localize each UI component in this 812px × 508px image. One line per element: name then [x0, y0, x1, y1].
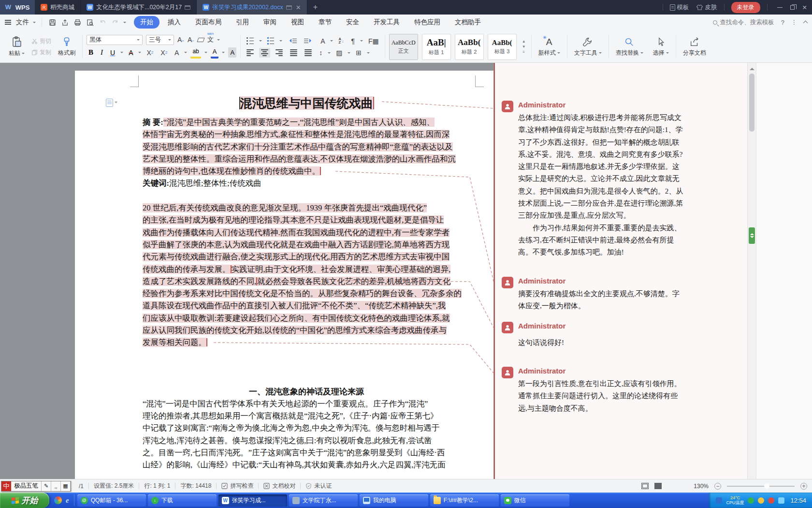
- page-view-icon[interactable]: [654, 483, 662, 489]
- tab-docer-store[interactable]: 火稻壳商城: [35, 0, 81, 15]
- spell-check-button[interactable]: 拼写检查: [217, 482, 258, 490]
- proofread-button[interactable]: 文档校对: [259, 482, 300, 490]
- quickbar-caret[interactable]: [123, 22, 126, 25]
- minimize-button[interactable]: [777, 7, 783, 8]
- copy-button[interactable]: 复制: [31, 48, 51, 57]
- taskbar-button-4[interactable]: 我的电脑: [360, 494, 428, 507]
- vertical-scrollbar[interactable]: [747, 63, 756, 479]
- detach-window-icon[interactable]: [286, 5, 292, 10]
- menu-tab-6[interactable]: 章节: [312, 16, 338, 29]
- decrease-font-button[interactable]: A−: [188, 36, 194, 43]
- zoom-level[interactable]: 130%: [694, 483, 709, 490]
- scroll-split-handle[interactable]: [749, 227, 755, 244]
- detach-window-icon[interactable]: [185, 5, 190, 10]
- start-button[interactable]: 开始: [0, 493, 49, 508]
- align-right-button[interactable]: [274, 48, 285, 57]
- collapse-ribbon-icon[interactable]: [803, 21, 808, 26]
- character-shading-button[interactable]: A: [228, 47, 236, 58]
- menu-tab-9[interactable]: 特色应用: [408, 16, 447, 29]
- paste-button[interactable]: 粘贴: [6, 35, 28, 59]
- cut-button[interactable]: 剪切: [31, 37, 51, 45]
- read-layout-icon[interactable]: [641, 483, 649, 489]
- taskbar-button-2[interactable]: W张笑学习成...: [218, 494, 287, 507]
- new-tab-button[interactable]: +: [307, 0, 323, 15]
- web-layout-icon[interactable]: [667, 483, 675, 489]
- menu-tab-10[interactable]: 文档助手: [449, 16, 487, 29]
- ime-pen-icon[interactable]: ✎: [42, 481, 51, 491]
- taskbar-button-6[interactable]: 微信: [501, 494, 569, 507]
- print-preview-button[interactable]: [86, 18, 94, 27]
- shading-button[interactable]: ▨: [334, 48, 344, 58]
- close-button[interactable]: ✕: [802, 4, 807, 11]
- menu-tab-5[interactable]: 视图: [285, 16, 310, 29]
- character-scale-button[interactable]: A: [319, 36, 327, 46]
- sort-button[interactable]: AZ↓: [336, 36, 346, 45]
- bullet-list-button[interactable]: [245, 36, 256, 46]
- taskbar-button-3[interactable]: 文学院丁永...: [289, 494, 358, 507]
- command-search[interactable]: 查找命令、搜索模板: [713, 18, 774, 27]
- login-status-badge[interactable]: 未登录: [731, 2, 760, 13]
- print-button[interactable]: [73, 18, 82, 27]
- certification-status[interactable]: 未认证: [301, 482, 336, 490]
- highlight-color-button[interactable]: ab: [190, 47, 201, 58]
- select-button[interactable]: 选择: [650, 36, 672, 58]
- style-heading1[interactable]: AaB|标题 1: [422, 34, 451, 60]
- tray-app-icon[interactable]: [716, 497, 722, 504]
- menu-tab-0[interactable]: 开始: [134, 16, 160, 29]
- menu-tab-8[interactable]: 开发工具: [367, 16, 406, 29]
- scrollbar-thumb[interactable]: [749, 74, 754, 132]
- help-button[interactable]: ?: [781, 19, 784, 26]
- text-effects-button[interactable]: A: [173, 48, 181, 58]
- menu-tab-7[interactable]: 安全: [340, 16, 365, 29]
- style-heading2[interactable]: AaBb(标题 2: [455, 34, 484, 60]
- tab-document-2-active[interactable]: W张笑学习成果202002.docx✕: [197, 0, 307, 15]
- format-painter-button[interactable]: 格式刷: [55, 36, 78, 58]
- ime-name[interactable]: 极品五笔: [11, 481, 42, 491]
- zoom-slider[interactable]: [727, 486, 795, 487]
- align-left-button[interactable]: [245, 48, 256, 57]
- share-document-button[interactable]: 分享文档: [680, 36, 709, 58]
- style-heading3[interactable]: AaBb(标题 3: [488, 34, 517, 60]
- skin-button[interactable]: 皮肤: [696, 3, 717, 12]
- taskbar-button-0[interactable]: @QQ邮箱 - 36...: [77, 494, 146, 507]
- menu-tab-2[interactable]: 页面布局: [189, 16, 228, 29]
- borders-button[interactable]: ⊞: [354, 48, 363, 58]
- taskbar-button-1[interactable]: ↓下载: [148, 494, 217, 507]
- input-method-bar[interactable]: 中 极品五笔 ✎ ,, ▦: [1, 481, 71, 492]
- undo-button[interactable]: [98, 18, 107, 27]
- document-page[interactable]: 混沌思维与中国传统戏曲摘 要:“混沌”是中国古典美学的重要范畴之一,“混沌思维”…: [75, 71, 493, 479]
- fullscreen-view-icon[interactable]: [628, 483, 636, 489]
- tray-network-icon[interactable]: [778, 497, 784, 504]
- superscript-button[interactable]: X2: [145, 48, 155, 58]
- internet-explorer-icon[interactable]: e: [66, 496, 69, 505]
- outline-view-icon[interactable]: [681, 483, 688, 489]
- tab-close-icon[interactable]: ✕: [296, 4, 301, 11]
- increase-indent-button[interactable]: [302, 37, 315, 45]
- word-count[interactable]: 字数: 14418: [175, 482, 216, 490]
- menu-tab-4[interactable]: 审阅: [257, 16, 283, 29]
- menu-tab-1[interactable]: 插入: [161, 16, 187, 29]
- style-normal[interactable]: AaBbCcD正文: [389, 34, 418, 60]
- file-menu[interactable]: 文件: [16, 18, 29, 27]
- tray-security-icon[interactable]: [758, 497, 764, 504]
- wps-logo[interactable]: WWPS: [0, 0, 35, 15]
- zoom-in-button[interactable]: +: [800, 483, 807, 490]
- redo-button[interactable]: [111, 18, 119, 27]
- clear-format-icon[interactable]: [197, 38, 204, 42]
- font-size-select[interactable]: 三号: [146, 35, 174, 45]
- file-menu-caret[interactable]: [33, 22, 36, 25]
- ime-keyboard-icon[interactable]: ▦: [61, 481, 71, 491]
- tray-alert-icon[interactable]: [768, 497, 774, 504]
- more-options-icon[interactable]: ⋮: [791, 19, 797, 26]
- decrease-indent-button[interactable]: [286, 37, 299, 45]
- comment-1[interactable]: Administrator 总体批注:通过阅读,积极进行思考并能将所思写成文章,…: [502, 101, 686, 259]
- justify-button[interactable]: [288, 48, 299, 57]
- text-tool-button[interactable]: 文字工具: [571, 36, 605, 58]
- text-layout-grid-icon[interactable]: F▦: [366, 36, 381, 46]
- comment-2[interactable]: Administrator 摘要没有准确提炼出全文的主要观点,不够清楚。字体应变…: [502, 277, 686, 313]
- font-color-button[interactable]: A: [211, 47, 219, 59]
- show-marks-button[interactable]: ¶: [349, 36, 357, 46]
- restore-button[interactable]: [790, 5, 795, 10]
- align-center-button[interactable]: [259, 48, 270, 57]
- tab-document-1[interactable]: W文化生态学视域下...020年2月17: [81, 0, 197, 15]
